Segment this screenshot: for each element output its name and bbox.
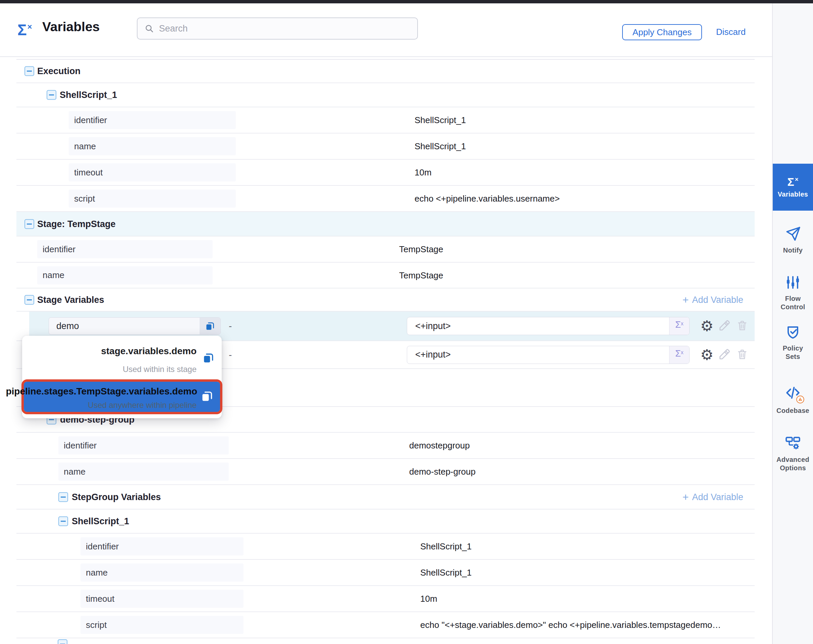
- search-input[interactable]: [159, 23, 394, 34]
- table-row: script echo "<+stage.variables.demo>" ec…: [17, 612, 755, 638]
- paper-plane-icon: [784, 225, 801, 242]
- expression-option-stage-scope[interactable]: stage.variables.demo Used within its sta…: [22, 336, 222, 379]
- field-label: identifier: [58, 436, 229, 454]
- field-value: ShellScript_1: [420, 567, 472, 578]
- expression-type-button[interactable]: Σx: [669, 317, 689, 335]
- field-value: echo "<+stage.variables.demo>" echo <+pi…: [420, 620, 721, 630]
- group-label: ShellScript_1: [72, 516, 129, 527]
- warning-badge-icon: [796, 395, 805, 404]
- group-label: Execution: [37, 66, 80, 77]
- pipeline-sidebar: Σ× Variables Notify Flow Control Policy …: [772, 3, 813, 644]
- variable-value-input[interactable]: <+input> Σx: [407, 346, 690, 364]
- variables-sigma-icon: Σ×: [17, 22, 32, 38]
- edit-variable-button[interactable]: [718, 348, 731, 362]
- sliders-icon: [785, 274, 801, 290]
- copy-icon: [202, 352, 214, 364]
- copy-icon: [205, 321, 215, 331]
- expression-text: pipeline.stages.TempStage.variables.demo: [6, 386, 197, 397]
- copy-expression-button[interactable]: [199, 317, 220, 334]
- sidebar-item-variables[interactable]: Σ× Variables: [773, 164, 813, 211]
- field-value: TempStage: [399, 270, 443, 281]
- edit-variable-button[interactable]: [718, 319, 731, 333]
- discard-button[interactable]: Discard: [716, 27, 746, 37]
- shield-check-icon: [785, 324, 801, 340]
- table-row: ShellScript_1: [17, 83, 755, 107]
- table-row: identifier TempStage: [17, 236, 755, 263]
- variable-value: <+input>: [415, 321, 669, 331]
- table-row-section-header: Stage Variables + Add Variable: [17, 288, 755, 311]
- field-label: timeout: [69, 163, 236, 181]
- collapse-icon[interactable]: [25, 66, 34, 76]
- field-value: ShellScript_1: [414, 141, 466, 152]
- plus-icon: +: [683, 492, 689, 502]
- sidebar-item-codebase[interactable]: Codebase: [773, 384, 813, 415]
- sidebar-item-notify[interactable]: Notify: [773, 225, 813, 255]
- trash-icon: [736, 319, 749, 332]
- collapse-icon[interactable]: [58, 517, 68, 526]
- gear-icon: ⚙: [700, 347, 713, 363]
- search-icon: [144, 23, 154, 34]
- variables-panel-header: Σ× Variables Apply Changes Discard: [0, 3, 772, 57]
- variable-name: demo: [56, 321, 199, 331]
- collapse-icon[interactable]: [47, 90, 56, 100]
- field-label: name: [69, 137, 236, 155]
- copy-icon: [201, 390, 213, 403]
- table-row: identifier ShellScript_1: [17, 534, 755, 560]
- field-label: name: [37, 266, 213, 284]
- sidebar-item-policy-sets[interactable]: Policy Sets: [773, 324, 813, 361]
- field-value: demostepgroup: [409, 440, 470, 451]
- apply-changes-button[interactable]: Apply Changes: [622, 24, 702, 40]
- expression-scope-text: Used anywhere within pipeline: [88, 400, 196, 410]
- field-label: script: [69, 190, 236, 208]
- table-row: script echo <+pipeline.variables.usernam…: [17, 186, 755, 212]
- table-row: identifier demostepgroup: [17, 433, 755, 459]
- table-row: name ShellScript_1: [17, 560, 755, 586]
- sidebar-item-flow-control[interactable]: Flow Control: [773, 274, 813, 311]
- add-variable-button[interactable]: + Add Variable: [683, 492, 743, 502]
- field-value: TempStage: [399, 244, 443, 255]
- expression-scope-text: Used within its stage: [123, 365, 196, 374]
- group-label: Stage: TempStage: [37, 219, 116, 229]
- collapse-icon[interactable]: [25, 295, 34, 305]
- sidebar-item-advanced-options[interactable]: Advanced Options: [773, 435, 813, 472]
- field-value: ShellScript_1: [420, 541, 472, 552]
- group-label: Stage Variables: [37, 294, 104, 305]
- table-row: timeout 10m: [17, 159, 755, 186]
- pencil-icon: [718, 319, 731, 333]
- search-box[interactable]: [137, 17, 418, 40]
- expression-type-button[interactable]: Σx: [669, 346, 689, 363]
- table-row: identifier ShellScript_1: [17, 107, 755, 133]
- variables-sigma-icon: Σ×: [787, 176, 799, 187]
- collapse-icon[interactable]: [25, 219, 34, 229]
- field-value: 10m: [420, 594, 437, 604]
- variable-settings-button[interactable]: ⚙: [700, 348, 713, 362]
- delete-variable-button[interactable]: [736, 319, 749, 333]
- collapse-icon[interactable]: [58, 492, 68, 502]
- field-value: echo <+pipeline.variables.username>: [414, 193, 560, 204]
- field-label: name: [58, 463, 229, 481]
- field-label: identifier: [37, 240, 213, 258]
- table-row: name TempStage: [17, 263, 755, 288]
- field-label: identifier: [69, 111, 236, 129]
- expression-text: stage.variables.demo: [101, 346, 196, 357]
- variable-name-input[interactable]: demo: [49, 317, 221, 335]
- expression-copy-popover: stage.variables.demo Used within its sta…: [22, 336, 222, 418]
- field-value: demo-step-group: [409, 466, 476, 477]
- add-variable-button[interactable]: + Add Variable: [683, 294, 743, 305]
- field-label: name: [80, 563, 244, 582]
- group-label: ShellScript_1: [60, 90, 117, 100]
- field-label: identifier: [80, 537, 244, 555]
- collapse-icon[interactable]: [58, 639, 67, 644]
- variable-settings-button[interactable]: ⚙: [700, 319, 713, 333]
- expression-option-pipeline-scope[interactable]: pipeline.stages.TempStage.variables.demo…: [24, 382, 220, 412]
- table-row-stage-header: Stage: TempStage: [17, 212, 755, 236]
- plus-icon: +: [683, 295, 689, 305]
- variable-value-input[interactable]: <+input> Σx: [407, 317, 690, 335]
- pencil-icon: [718, 348, 731, 361]
- table-row: ShellScript_1: [17, 509, 755, 534]
- annotation-highlight-ring: pipeline.stages.TempStage.variables.demo…: [21, 379, 222, 414]
- table-row: Execution: [17, 59, 755, 83]
- required-dash: -: [229, 320, 232, 331]
- delete-variable-button[interactable]: [736, 348, 749, 362]
- page-title: Variables: [42, 20, 100, 34]
